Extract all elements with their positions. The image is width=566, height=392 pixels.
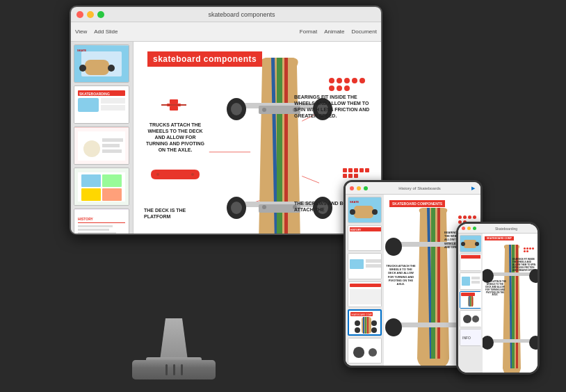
monitor-content: SKATE SKATEBOARDING xyxy=(71,42,381,234)
ipad-trucks-text: TRUCKS ATTACH THE WHEELS TO THE DECK AND… xyxy=(385,264,417,286)
ipad-thumb-1[interactable]: SKATE xyxy=(348,197,382,223)
deck-annotation: THE DECK IS THE PLATFORM xyxy=(144,207,207,220)
slide-thumb-5[interactable]: HISTORY xyxy=(74,209,129,234)
svg-rect-98 xyxy=(363,317,364,334)
slide-title: skateboard components xyxy=(147,51,262,67)
svg-point-73 xyxy=(262,108,266,112)
maximize-button[interactable] xyxy=(97,11,104,18)
svg-rect-26 xyxy=(78,222,125,223)
iphone-thumb-6[interactable]: INFO xyxy=(460,329,481,346)
iphone-thumb-5[interactable] xyxy=(460,310,481,327)
iphone-content: INFO SKATEBOARD COMP xyxy=(458,234,537,373)
svg-rect-122 xyxy=(471,277,480,279)
svg-rect-105 xyxy=(348,338,382,364)
svg-point-70 xyxy=(231,202,242,214)
screw-dot-5 xyxy=(365,168,369,172)
svg-point-141 xyxy=(483,336,494,350)
ipad-thumb-4[interactable] xyxy=(348,281,382,308)
bearing-dot-6 xyxy=(329,85,334,91)
screw-dot-6 xyxy=(343,174,347,178)
trucks-annotation: TRUCKS ATTACH THE WHEELS TO THE DECK AND… xyxy=(144,122,207,153)
monitor-titlebar: skateboard components xyxy=(71,7,381,22)
iphone: Skateboarding xyxy=(456,222,540,375)
ipad-thumb-2[interactable]: HISTORY xyxy=(348,225,382,252)
format-btn[interactable]: Format xyxy=(300,28,317,35)
ipad-close[interactable] xyxy=(350,186,354,190)
iphone-thumb-4[interactable] xyxy=(460,291,481,309)
window-title: skateboard components xyxy=(108,11,375,18)
svg-point-142 xyxy=(529,336,537,350)
iphone-maximize[interactable] xyxy=(473,227,476,230)
iphone-thumb-3[interactable] xyxy=(460,272,481,290)
animate-btn[interactable]: Animate xyxy=(324,28,344,35)
mac-mini-vent-1 xyxy=(165,364,168,375)
svg-rect-21 xyxy=(102,174,122,187)
svg-point-116 xyxy=(461,242,465,246)
screw-dot-2 xyxy=(348,168,353,172)
monitor-stand xyxy=(160,318,188,360)
mac-mini xyxy=(132,360,216,379)
svg-point-5 xyxy=(108,65,115,72)
monitor-toolbar: View Add Slide Format Animate Document xyxy=(71,22,381,42)
svg-rect-99 xyxy=(365,317,366,334)
svg-text:SKATEBOARD COMP: SKATEBOARD COMP xyxy=(351,313,372,316)
bearing-dot-8 xyxy=(344,85,350,91)
slide-thumb-1[interactable]: SKATE xyxy=(74,44,129,83)
screw-dot-3 xyxy=(354,168,358,172)
iphone-slide-title: SKATEBOARD COMP xyxy=(485,236,514,240)
addslide-btn[interactable]: Add Slide xyxy=(94,28,118,35)
svg-text:SKATE: SKATE xyxy=(350,200,359,204)
ipad-thumb-6[interactable] xyxy=(348,338,382,364)
svg-point-106 xyxy=(353,347,364,358)
svg-rect-20 xyxy=(81,174,101,187)
svg-rect-15 xyxy=(102,138,123,142)
iphone-close[interactable] xyxy=(462,227,465,230)
svg-text:SKATE: SKATE xyxy=(77,49,87,52)
svg-rect-29 xyxy=(78,232,116,234)
close-button[interactable] xyxy=(76,11,83,18)
screw-dot-1 xyxy=(343,168,347,172)
svg-point-64 xyxy=(231,103,242,115)
ipad-minimize[interactable] xyxy=(357,186,361,190)
svg-rect-9 xyxy=(78,98,99,112)
svg-rect-16 xyxy=(102,144,120,147)
ipad-thumb-5[interactable]: SKATEBOARD COMP xyxy=(348,309,382,336)
svg-text:SKATEBOARDING: SKATEBOARDING xyxy=(79,92,110,96)
svg-rect-28 xyxy=(78,229,109,231)
svg-rect-59 xyxy=(170,106,178,111)
slide-thumb-4[interactable] xyxy=(74,168,129,206)
iphone-thumb-2[interactable] xyxy=(460,254,481,271)
svg-text:INFO: INFO xyxy=(462,336,471,340)
svg-rect-81 xyxy=(354,206,373,218)
monitor: skateboard components View Add Slide For… xyxy=(70,6,382,235)
svg-point-77 xyxy=(156,173,159,176)
bearing-dot-1 xyxy=(329,78,334,83)
iphone-title: Skateboarding xyxy=(478,227,534,231)
mac-mini-vent-3 xyxy=(181,364,183,375)
ipad-maximize[interactable] xyxy=(364,186,368,190)
iphone-minimize[interactable] xyxy=(467,227,471,230)
svg-point-83 xyxy=(372,209,378,215)
ipad-thumb-3[interactable] xyxy=(348,253,382,279)
iphone-screen: Skateboarding xyxy=(458,224,537,373)
ipad-play-icon[interactable]: ▶ xyxy=(471,186,475,191)
svg-rect-3 xyxy=(85,60,109,75)
mac-mini-vent-2 xyxy=(173,364,175,375)
svg-rect-88 xyxy=(350,259,364,269)
svg-point-14 xyxy=(83,140,100,157)
svg-rect-125 xyxy=(461,293,475,296)
svg-point-112 xyxy=(385,318,402,336)
slide-thumb-2[interactable]: SKATEBOARDING xyxy=(74,85,129,124)
svg-rect-128 xyxy=(470,296,471,307)
bearing-dot-2 xyxy=(337,78,342,83)
iphone-thumb-1[interactable] xyxy=(460,235,481,252)
svg-rect-123 xyxy=(471,281,480,284)
document-btn[interactable]: Document xyxy=(352,28,377,35)
iphone-trucks-text: TRUCKS ATTACH THE WHEELS TO THE DECK AND… xyxy=(484,281,506,297)
view-btn[interactable]: View xyxy=(75,28,87,35)
svg-rect-60 xyxy=(161,104,186,106)
minimize-button[interactable] xyxy=(87,11,94,18)
slide-thumb-3[interactable] xyxy=(74,126,129,165)
svg-rect-140 xyxy=(488,339,535,343)
svg-point-133 xyxy=(463,315,471,323)
